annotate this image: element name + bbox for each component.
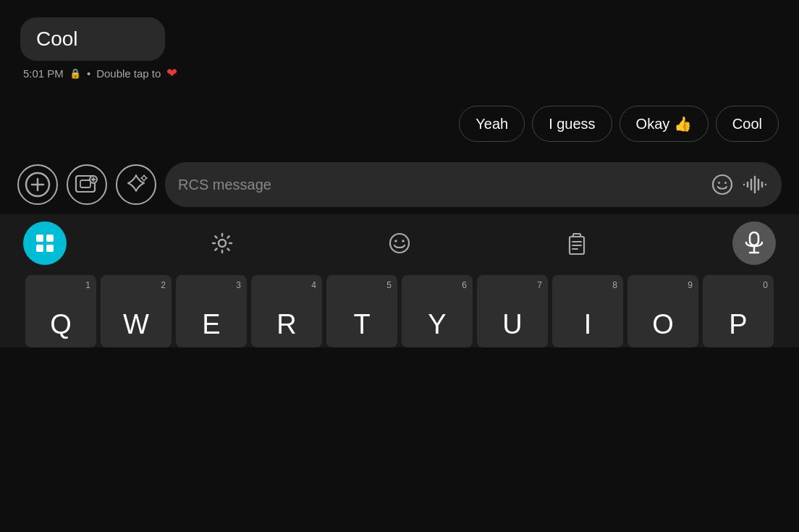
message-time: 5:01 PM [23,67,64,80]
clipboard-icon [565,231,589,256]
quick-replies-bar: Yeah I guess Okay 👍 Cool [0,93,799,155]
magic-button[interactable] [116,164,156,205]
svg-rect-21 [46,245,54,252]
key-letter: R [276,309,296,340]
toolbar-emoji-icon [387,231,412,256]
quick-reply-cool[interactable]: Cool [716,106,779,142]
key-letter: I [584,309,592,340]
keyboard-toolbar [0,214,799,272]
svg-rect-20 [36,245,43,252]
svg-point-22 [219,240,226,247]
key-o[interactable]: 9 O [627,275,698,347]
key-number: 7 [537,280,542,290]
plus-icon [24,171,51,198]
key-letter: U [502,309,522,340]
quick-reply-okay-thumbsup[interactable]: Okay 👍 [620,106,709,142]
svg-point-24 [394,240,397,242]
key-number: 8 [612,280,617,290]
key-letter: Y [428,309,446,340]
quick-reply-yeah[interactable]: Yeah [459,106,525,142]
input-row [0,155,799,214]
emoji-icon [711,173,734,196]
microphone-button[interactable] [732,221,776,265]
meta-separator: • [87,67,90,80]
key-w[interactable]: 2 W [101,275,172,347]
key-letter: W [123,309,149,340]
emoji-button[interactable] [711,173,734,196]
key-number: 0 [763,280,768,290]
key-number: 5 [386,280,392,290]
key-letter: Q [50,309,72,340]
svg-point-10 [724,182,727,184]
message-input[interactable] [178,177,702,193]
key-letter: O [652,309,674,340]
key-number: 1 [85,280,90,290]
svg-rect-4 [80,180,90,187]
key-number: 4 [311,280,316,290]
key-y[interactable]: 6 Y [402,275,473,347]
key-number: 2 [161,280,166,290]
apps-grid-button[interactable] [23,221,67,265]
key-u[interactable]: 7 U [477,275,548,347]
key-letter: P [729,309,747,340]
message-bubble[interactable]: Cool [20,17,165,61]
key-number: 6 [462,280,467,290]
add-button[interactable] [17,164,58,205]
svg-rect-30 [750,232,758,245]
double-tap-label: Double tap to [96,67,161,80]
magic-icon [122,171,150,198]
svg-rect-18 [36,235,43,242]
message-area: Cool 5:01 PM 🔒 • Double tap to ❤ [0,0,799,93]
key-p[interactable]: 0 P [703,275,774,347]
svg-point-8 [713,175,732,194]
key-number: 9 [688,280,693,290]
key-letter: E [202,309,220,340]
key-number: 3 [236,280,241,290]
microphone-icon [743,231,765,256]
clipboard-button[interactable] [555,221,599,265]
settings-icon [210,231,234,256]
heart-icon: ❤ [166,65,177,81]
apps-grid-icon [33,231,57,256]
key-r[interactable]: 4 R [251,275,322,347]
voice-wave-button[interactable] [743,173,769,196]
svg-point-25 [402,240,405,242]
voice-wave-icon [743,173,769,196]
key-t[interactable]: 5 T [326,275,397,347]
qwerty-row: 1 Q 2 W 3 E 4 R 5 T 6 Y 7 U 8 I 9 O 0 P [3,275,796,347]
keyboard-rows: 1 Q 2 W 3 E 4 R 5 T 6 Y 7 U 8 I 9 O 0 P [0,272,799,347]
key-e[interactable]: 3 E [176,275,247,347]
lock-icon: 🔒 [69,68,81,79]
svg-point-23 [390,234,409,253]
gallery-button[interactable] [67,164,107,205]
key-q[interactable]: 1 Q [25,275,96,347]
svg-point-9 [718,182,720,184]
toolbar-emoji-button[interactable] [378,221,421,265]
quick-reply-i-guess[interactable]: I guess [532,106,612,142]
svg-rect-19 [46,235,54,242]
gallery-icon [73,171,101,198]
message-meta: 5:01 PM 🔒 • Double tap to ❤ [20,65,779,81]
key-i[interactable]: 8 I [552,275,623,347]
settings-button[interactable] [200,221,244,265]
key-letter: T [353,309,370,340]
message-input-container [165,162,782,207]
